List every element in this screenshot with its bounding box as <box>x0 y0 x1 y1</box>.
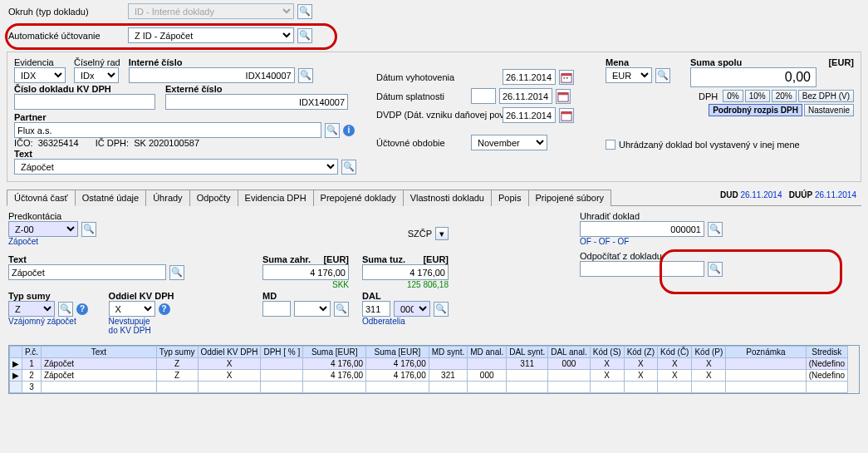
datspl-input[interactable] <box>499 88 552 104</box>
oddiel-select[interactable]: X <box>109 301 155 317</box>
tab-ostatne-udaje[interactable]: Ostatné údaje <box>75 190 147 206</box>
typsumy-select[interactable]: Z <box>8 301 55 317</box>
lower-text-label: Text <box>8 254 184 264</box>
uctobd-select[interactable]: November <box>471 135 547 150</box>
dph-label: DPH <box>699 91 718 101</box>
internecislo-label: Interné číslo <box>129 57 363 67</box>
dal-anal-select[interactable]: 000 <box>394 301 430 317</box>
col-typsumy[interactable]: Typ sumy <box>156 347 198 358</box>
nastavenie-button[interactable]: Nastavenie <box>804 104 854 116</box>
col-dala[interactable]: DAL anal. <box>548 347 591 358</box>
dph-10-button[interactable]: 10% <box>745 90 770 102</box>
tab-evidencia-dph[interactable]: Evidencia DPH <box>238 190 314 206</box>
externecislo-input[interactable] <box>165 94 348 110</box>
dal-lookup-icon[interactable]: 🔍 <box>434 302 449 317</box>
autouct-lookup-icon[interactable]: 🔍 <box>297 28 312 43</box>
datspl-label: Dátum splatnosti <box>376 91 468 101</box>
tabs-bar: Účtovná časť Ostatné údaje Úhrady Odpočt… <box>7 189 861 206</box>
dal-synt-input[interactable] <box>362 301 390 317</box>
col-stredisko[interactable]: Stredisk <box>806 347 847 358</box>
col-dals[interactable]: DAL synt. <box>507 347 548 358</box>
table-row[interactable]: ▶2ZápočetZX4 176,004 176,00321000XXXX(Ne… <box>10 370 848 382</box>
mena-lookup-icon[interactable]: 🔍 <box>655 68 670 83</box>
col-mda[interactable]: MD anal. <box>468 347 507 358</box>
table-row[interactable]: 3 <box>10 382 848 393</box>
tab-popis[interactable]: Popis <box>491 190 529 206</box>
svg-rect-5 <box>558 92 568 95</box>
ciselnyrad-label: Číselný rad <box>74 57 120 67</box>
oddiel-help-icon[interactable]: ? <box>159 303 170 315</box>
bezdph-button[interactable]: Bez DPH (V) <box>798 90 854 102</box>
col-kods[interactable]: Kód (S) <box>590 347 624 358</box>
datspl-days-input[interactable] <box>471 88 496 104</box>
col-text[interactable]: Text <box>41 347 156 358</box>
col-kodz[interactable]: Kód (Z) <box>624 347 657 358</box>
col-poznamka[interactable]: Poznámka <box>726 347 806 358</box>
uhradit-input[interactable] <box>580 221 704 237</box>
typsumy-lookup-icon[interactable]: 🔍 <box>58 302 73 317</box>
table-row[interactable]: ▶1ZápočetZX4 176,004 176,00311000XXXX(Ne… <box>10 358 848 370</box>
datvyh-calendar-icon[interactable] <box>559 70 574 85</box>
internecislo-input[interactable] <box>129 67 295 83</box>
lower-text-input[interactable] <box>8 264 166 280</box>
evidencia-select[interactable]: IDX <box>14 67 66 83</box>
dph-20-button[interactable]: 20% <box>772 90 797 102</box>
tab-odpocty[interactable]: Odpočty <box>189 190 238 206</box>
tab-uhrady[interactable]: Úhrady <box>145 190 189 206</box>
tab-pripojene-subory[interactable]: Pripojené súbory <box>528 190 612 206</box>
col-kodp[interactable]: Kód (P) <box>692 347 726 358</box>
col-dph[interactable]: DPH [ % ] <box>261 347 303 358</box>
okruh-select[interactable]: ID - Interné doklady <box>128 3 294 19</box>
sumtuz-unit: [EUR] <box>423 254 449 264</box>
md-anal-select[interactable] <box>294 301 331 317</box>
predkontacia-sub: Zápočet <box>8 237 96 246</box>
cislokvdph-input[interactable] <box>14 94 155 110</box>
col-pc[interactable]: P.č. <box>22 347 42 358</box>
sumzahr-input[interactable] <box>262 264 349 280</box>
col-mds[interactable]: MD synt. <box>429 347 467 358</box>
uhr-inej-mene-checkbox[interactable] <box>606 140 615 150</box>
typsumy-help-icon[interactable]: ? <box>76 303 88 315</box>
uhradit-label: Uhradiť doklad <box>580 211 860 221</box>
oddiel-label: Oddiel KV DPH <box>109 291 196 301</box>
tab-uctovna-cast[interactable]: Účtovná časť <box>7 190 76 206</box>
partner-info-icon[interactable]: i <box>343 125 355 136</box>
tab-prepojene-doklady[interactable]: Prepojené doklady <box>313 190 404 206</box>
dph-0-button[interactable]: 0% <box>723 90 743 102</box>
mena-select[interactable]: EUR <box>606 67 652 83</box>
col-suma1[interactable]: Suma [EUR] <box>303 347 366 358</box>
col-suma2[interactable]: Suma [EUR] <box>366 347 429 358</box>
sumtuz-input[interactable] <box>362 264 449 280</box>
md-synt-input[interactable] <box>262 301 291 317</box>
predkontacia-lookup-icon[interactable]: 🔍 <box>81 222 96 237</box>
sumtuz-sub: 125 806,18 <box>362 280 449 289</box>
md-lookup-icon[interactable]: 🔍 <box>334 302 349 317</box>
partner-lookup-icon[interactable]: 🔍 <box>325 123 340 138</box>
autouct-select[interactable]: Z ID - Zápočet <box>128 27 294 43</box>
odpocitat-input[interactable] <box>580 261 704 277</box>
text-lookup-icon[interactable]: 🔍 <box>341 160 356 175</box>
entries-grid[interactable]: P.č. Text Typ sumy Oddiel KV DPH DPH [ %… <box>9 346 848 393</box>
szcp-label: SZČP <box>408 229 432 239</box>
externecislo-label: Externé číslo <box>165 84 363 94</box>
text-select[interactable]: Zápočet <box>14 159 338 175</box>
col-kodc[interactable]: Kód (Č) <box>657 347 691 358</box>
okruh-lookup-icon[interactable]: 🔍 <box>297 4 312 19</box>
predkontacia-select[interactable]: Z-00 <box>8 221 78 237</box>
dvdp-input[interactable] <box>503 107 556 123</box>
podrobny-rozpis-button[interactable]: Podrobný rozpis DPH <box>709 104 802 116</box>
dvdp-calendar-icon[interactable] <box>559 108 574 123</box>
datspl-calendar-icon[interactable] <box>556 89 571 104</box>
mena-label: Mena <box>606 57 670 67</box>
ciselnyrad-select[interactable]: IDx <box>74 67 119 83</box>
datvyh-input[interactable] <box>503 69 556 85</box>
lower-text-lookup-icon[interactable]: 🔍 <box>169 265 184 280</box>
odpocitat-lookup-icon[interactable]: 🔍 <box>708 262 723 277</box>
tab-vlastnosti-dokladu[interactable]: Vlastnosti dokladu <box>403 190 492 206</box>
col-oddiel[interactable]: Oddiel KV DPH <box>198 347 261 358</box>
partner-input[interactable] <box>14 122 321 138</box>
uhradit-lookup-icon[interactable]: 🔍 <box>708 222 723 237</box>
szcp-dropdown-icon[interactable]: ▾ <box>435 227 449 240</box>
uhradit-sub: OF - OF - OF <box>580 237 860 246</box>
internecislo-lookup-icon[interactable]: 🔍 <box>298 68 313 83</box>
